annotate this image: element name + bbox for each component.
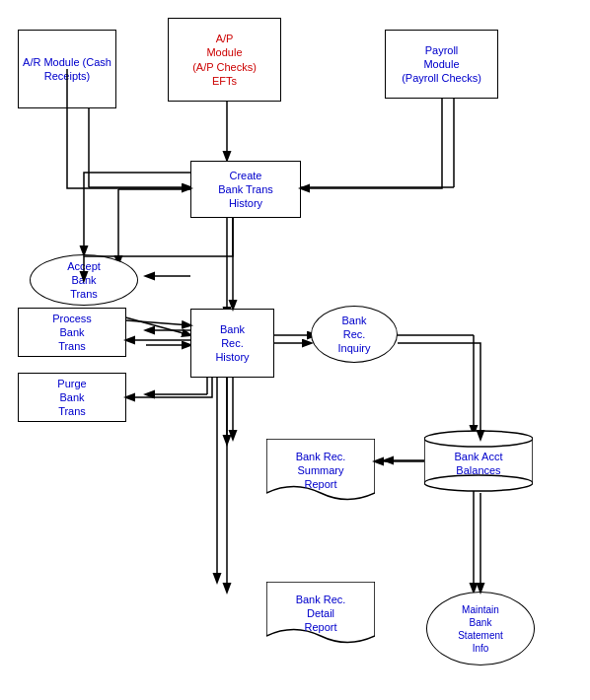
svg-text:Bank Acct: Bank Acct (455, 451, 503, 462)
svg-point-31 (424, 475, 533, 491)
svg-text:Summary: Summary (297, 464, 344, 476)
svg-text:Balances: Balances (456, 464, 501, 476)
accept-bank-trans-ellipse: AcceptBankTrans (30, 254, 138, 306)
svg-point-30 (424, 431, 533, 447)
svg-text:Bank Rec.: Bank Rec. (296, 451, 346, 462)
bank-acct-balances-svg: Bank Acct Balances (424, 429, 533, 493)
bank-rec-history-box: BankRec.History (190, 309, 274, 378)
bank-rec-detail-svg: Bank Rec. Detail Report (266, 582, 375, 649)
purge-bank-trans-box: PurgeBankTrans (18, 373, 126, 422)
create-bank-trans-box: CreateBank TransHistory (190, 161, 301, 218)
ar-module-box: A/R Module (Cash Receipts) (18, 30, 116, 108)
ap-module-box: A/PModule(A/P Checks)EFTs (168, 18, 281, 102)
flow-diagram: A/R Module (Cash Receipts) A/PModule(A/P… (0, 0, 590, 700)
svg-text:Report: Report (304, 478, 336, 490)
svg-text:Bank Rec.: Bank Rec. (296, 594, 346, 605)
process-bank-trans-box: ProcessBankTrans (18, 308, 126, 357)
bank-rec-summary-svg: Bank Rec. Summary Report (266, 439, 375, 506)
svg-text:Detail: Detail (307, 607, 334, 619)
svg-text:Report: Report (304, 621, 336, 633)
svg-line-11 (118, 315, 190, 335)
payroll-module-box: PayrollModule(Payroll Checks) (385, 30, 498, 99)
bank-rec-inquiry-ellipse: BankRec.Inquiry (311, 306, 398, 363)
maintain-bank-statement-ellipse: MaintainBankStatementInfo (426, 592, 535, 665)
